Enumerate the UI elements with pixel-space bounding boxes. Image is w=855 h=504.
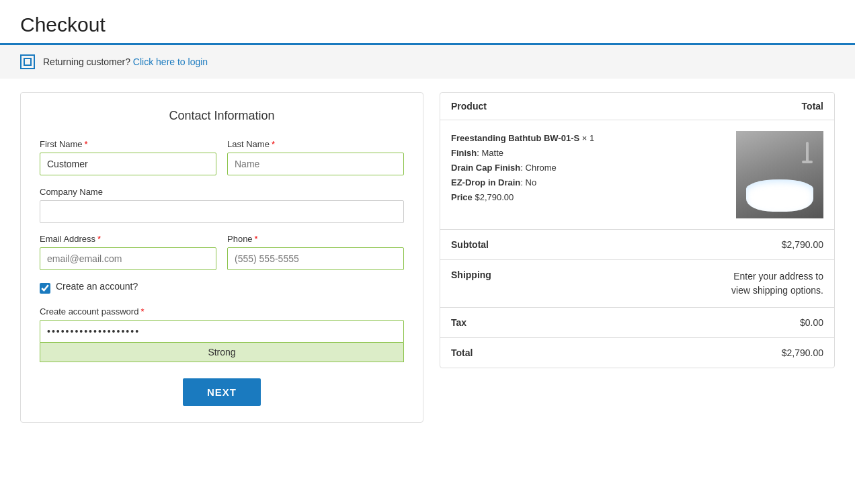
last-name-group: Last Name* [227,139,404,175]
page-header: Checkout [0,0,855,45]
drain-cap-row: Drain Cap Finish: Chrome [451,161,728,175]
email-input[interactable] [40,247,216,270]
company-name-label: Company Name [40,187,103,197]
name-row: First Name* Last Name* [40,139,404,175]
subtotal-label: Subtotal [451,239,489,250]
subtotal-row: Subtotal $2,790.00 [440,230,834,260]
total-label: Total [451,347,473,358]
total-header: Total [802,101,823,112]
product-name: Freestanding Bathtub BW-01-S × 1 [451,131,728,146]
tax-label: Tax [451,317,466,328]
last-name-input[interactable] [227,153,404,175]
total-row: Total $2,790.00 [440,338,834,368]
phone-label: Phone* [227,234,404,244]
last-name-label: Last Name* [227,139,404,149]
product-info: Freestanding Bathtub BW-01-S × 1 Finish:… [451,131,728,205]
first-name-group: First Name* [40,139,216,175]
company-group: Company Name [40,186,404,223]
login-link[interactable]: Click here to login [133,56,208,67]
product-thumbnail [736,131,823,218]
phone-input[interactable] [227,247,404,270]
subtotal-value: $2,790.00 [782,239,823,250]
create-account-label[interactable]: Create an account? [56,281,138,292]
contact-form-panel: Contact Information First Name* Last Nam… [20,92,423,423]
form-title: Contact Information [40,109,404,123]
password-input-wrap: Strong [40,320,404,362]
next-button[interactable]: NEXT [183,378,261,406]
login-icon [20,54,35,69]
summary-header: Product Total [440,93,834,120]
main-content: Contact Information First Name* Last Nam… [0,92,855,443]
page-title: Checkout [20,13,835,36]
first-name-input[interactable] [40,153,216,175]
faucet-decoration [806,142,809,163]
bathtub-image [736,131,823,218]
email-group: Email Address* [40,234,216,270]
login-banner: Returning customer? Click here to login [0,45,855,79]
create-account-checkbox[interactable] [40,283,50,294]
shipping-row: Shipping Enter your address to view ship… [440,260,834,308]
password-label: Create account password* [40,306,144,317]
svg-rect-0 [24,58,31,65]
login-banner-text[interactable]: Returning customer? Click here to login [43,56,208,67]
finish-row: Finish: Matte [451,146,728,161]
password-strength-indicator: Strong [40,343,404,362]
tax-value: $0.00 [800,317,823,328]
product-row: Freestanding Bathtub BW-01-S × 1 Finish:… [440,120,834,230]
company-name-input[interactable] [40,200,404,223]
shipping-label: Shipping [451,269,491,280]
bathtub-shape [746,179,813,212]
order-summary: Product Total Freestanding Bathtub BW-01… [440,92,835,368]
ez-drop-row: EZ-Drop in Drain: No [451,175,728,190]
next-button-row: NEXT [40,378,404,406]
total-value: $2,790.00 [782,347,823,358]
first-name-label: First Name* [40,139,216,149]
tax-row: Tax $0.00 [440,308,834,338]
phone-group: Phone* [227,234,404,270]
create-account-row: Create an account? [40,281,404,295]
product-header: Product [451,101,487,112]
email-label: Email Address* [40,234,216,244]
price-row: Price $2,790.00 [451,190,728,205]
shipping-value: Enter your address to view shipping opti… [716,269,823,298]
email-phone-row: Email Address* Phone* [40,234,404,270]
password-group: Create account password* Strong [40,306,404,362]
password-input[interactable] [40,320,404,343]
